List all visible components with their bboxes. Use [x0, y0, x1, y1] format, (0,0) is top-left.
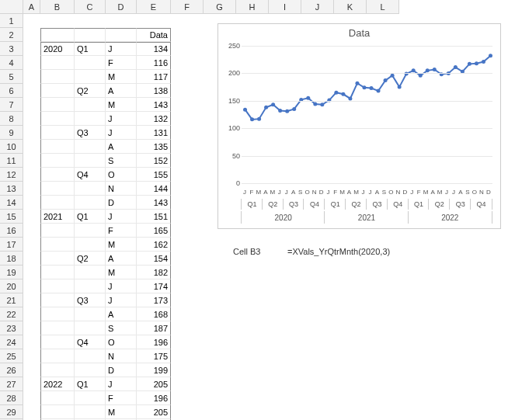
cell-E27[interactable]: 205: [137, 377, 171, 391]
cell-D18[interactable]: A: [106, 252, 137, 266]
cell-D26[interactable]: D: [106, 363, 137, 377]
cell-D13[interactable]: N: [106, 182, 137, 196]
cell-C17[interactable]: [75, 238, 106, 252]
select-all-corner[interactable]: [0, 0, 23, 14]
row-header-23[interactable]: 23: [0, 321, 23, 335]
cell-E10[interactable]: 135: [137, 140, 171, 154]
row-header-15[interactable]: 15: [0, 210, 23, 224]
cell-B23[interactable]: [40, 321, 75, 335]
row-header-26[interactable]: 26: [0, 363, 23, 377]
cell-C5[interactable]: [75, 70, 106, 84]
column-header-L[interactable]: L: [367, 0, 399, 14]
row-header-3[interactable]: 3: [0, 42, 23, 56]
cell-E2[interactable]: Data: [137, 28, 171, 42]
cell-E5[interactable]: 117: [137, 70, 171, 84]
cell-E9[interactable]: 131: [137, 126, 171, 140]
cell-B21[interactable]: [40, 293, 75, 307]
row-header-10[interactable]: 10: [0, 140, 23, 154]
cell-D25[interactable]: N: [106, 349, 137, 363]
cell-E23[interactable]: 187: [137, 321, 171, 335]
cell-C7[interactable]: [75, 98, 106, 112]
cell-E28[interactable]: 196: [137, 391, 171, 405]
cell-D10[interactable]: A: [106, 140, 137, 154]
row-header-4[interactable]: 4: [0, 56, 23, 70]
cell-D21[interactable]: J: [106, 293, 137, 307]
row-header-6[interactable]: 6: [0, 84, 23, 98]
cell-C28[interactable]: [75, 391, 106, 405]
cell-D12[interactable]: O: [106, 168, 137, 182]
cell-B14[interactable]: [40, 196, 75, 210]
cell-E25[interactable]: 175: [137, 349, 171, 363]
cell-C4[interactable]: [75, 56, 106, 70]
cell-E22[interactable]: 168: [137, 307, 171, 321]
cell-E14[interactable]: 143: [137, 196, 171, 210]
cell-D8[interactable]: J: [106, 112, 137, 126]
cell-B24[interactable]: [40, 335, 75, 349]
cell-E12[interactable]: 155: [137, 168, 171, 182]
cell-E11[interactable]: 152: [137, 154, 171, 168]
cell-B7[interactable]: [40, 98, 75, 112]
chart-object[interactable]: Data 050100150200250 JFMAMJJASONDJFMAMJJ…: [217, 23, 501, 229]
cell-D11[interactable]: S: [106, 154, 137, 168]
cell-D20[interactable]: J: [106, 279, 137, 293]
cell-D24[interactable]: O: [106, 335, 137, 349]
cell-D14[interactable]: D: [106, 196, 137, 210]
cell-B27[interactable]: 2022: [40, 377, 75, 391]
cell-E6[interactable]: 138: [137, 84, 171, 98]
column-header-H[interactable]: H: [236, 0, 269, 14]
column-header-C[interactable]: C: [75, 0, 106, 14]
cell-D7[interactable]: M: [106, 98, 137, 112]
row-header-14[interactable]: 14: [0, 196, 23, 210]
column-header-G[interactable]: G: [204, 0, 236, 14]
row-header-25[interactable]: 25: [0, 349, 23, 363]
cell-E13[interactable]: 144: [137, 182, 171, 196]
row-header-29[interactable]: 29: [0, 405, 23, 419]
cell-C16[interactable]: [75, 224, 106, 238]
cell-B2[interactable]: [40, 28, 75, 42]
row-header-20[interactable]: 20: [0, 279, 23, 293]
cell-D3[interactable]: J: [106, 42, 137, 56]
cell-E4[interactable]: 116: [137, 56, 171, 70]
cell-C24[interactable]: Q4: [75, 335, 106, 349]
cell-D29[interactable]: M: [106, 405, 137, 419]
cell-E16[interactable]: 165: [137, 224, 171, 238]
cell-C12[interactable]: Q4: [75, 168, 106, 182]
cell-C19[interactable]: [75, 266, 106, 279]
cell-B3[interactable]: 2020: [40, 42, 75, 56]
cell-C2[interactable]: [75, 28, 106, 42]
column-header-J[interactable]: J: [301, 0, 334, 14]
cell-D19[interactable]: M: [106, 266, 137, 279]
row-header-7[interactable]: 7: [0, 98, 23, 112]
cell-B11[interactable]: [40, 154, 75, 168]
cell-B18[interactable]: [40, 252, 75, 266]
cell-E24[interactable]: 196: [137, 335, 171, 349]
cell-D16[interactable]: F: [106, 224, 137, 238]
cell-B26[interactable]: [40, 363, 75, 377]
cell-B12[interactable]: [40, 168, 75, 182]
cell-E15[interactable]: 151: [137, 210, 171, 224]
cell-C21[interactable]: Q3: [75, 293, 106, 307]
cell-D2[interactable]: [106, 28, 137, 42]
row-header-13[interactable]: 13: [0, 182, 23, 196]
cell-B22[interactable]: [40, 307, 75, 321]
column-header-A[interactable]: A: [23, 0, 40, 14]
cell-E29[interactable]: 205: [137, 405, 171, 419]
cell-C9[interactable]: Q3: [75, 126, 106, 140]
cell-C15[interactable]: Q1: [75, 210, 106, 224]
row-header-21[interactable]: 21: [0, 293, 23, 307]
cell-B6[interactable]: [40, 84, 75, 98]
cell-B10[interactable]: [40, 140, 75, 154]
cell-D17[interactable]: M: [106, 238, 137, 252]
cell-E17[interactable]: 162: [137, 238, 171, 252]
cell-B15[interactable]: 2021: [40, 210, 75, 224]
row-header-17[interactable]: 17: [0, 238, 23, 252]
cell-D6[interactable]: A: [106, 84, 137, 98]
cell-E19[interactable]: 182: [137, 266, 171, 279]
cell-B5[interactable]: [40, 70, 75, 84]
cell-C6[interactable]: Q2: [75, 84, 106, 98]
cell-E20[interactable]: 174: [137, 279, 171, 293]
cell-B28[interactable]: [40, 391, 75, 405]
cell-C14[interactable]: [75, 196, 106, 210]
cell-C27[interactable]: Q1: [75, 377, 106, 391]
cell-C11[interactable]: [75, 154, 106, 168]
